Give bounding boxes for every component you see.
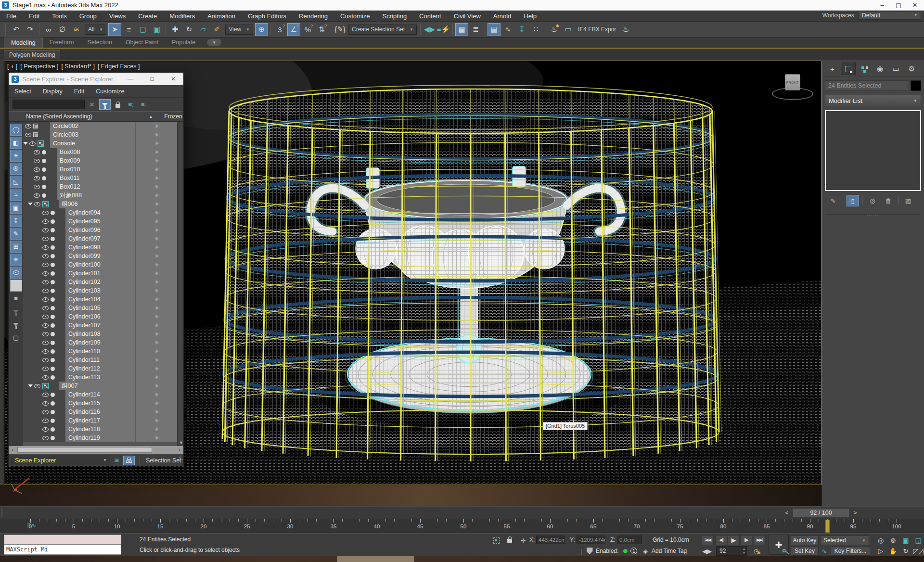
- tab-create[interactable]: +: [825, 63, 840, 75]
- tree-row-Cylinder110[interactable]: Cylinder110✳: [23, 347, 178, 356]
- filter-select-icon[interactable]: [99, 99, 111, 110]
- workspace-dropdown[interactable]: Default▼: [859, 11, 921, 20]
- expand-all-icon[interactable]: ≡:: [125, 99, 137, 110]
- node-label[interactable]: 组006: [59, 200, 135, 208]
- make-unique-icon[interactable]: ◎: [866, 195, 879, 206]
- toggle-layer-explorer-icon[interactable]: ≣: [469, 23, 482, 36]
- node-label[interactable]: Cylinder116: [65, 409, 135, 415]
- viewport-pov-menu[interactable]: [ Perspective ]: [20, 63, 58, 70]
- node-label[interactable]: Cylinder118: [65, 426, 135, 433]
- add-time-tag-label[interactable]: Add Time Tag: [652, 548, 687, 554]
- tree-row-Circle003[interactable]: Circle003✳: [23, 130, 178, 139]
- search-input[interactable]: [13, 100, 85, 109]
- tree-row-Box012[interactable]: Box012✳: [23, 182, 178, 191]
- tree-row-Cylinder099[interactable]: Cylinder099✳: [23, 252, 178, 260]
- frozen-snowflake-icon[interactable]: ✳: [135, 416, 178, 425]
- tree-row-Cylinder094[interactable]: Cylinder094✳: [23, 208, 178, 217]
- filter-simple-icon[interactable]: [10, 319, 22, 331]
- node-label[interactable]: Cylinder113: [65, 374, 135, 381]
- node-label[interactable]: Box011: [57, 175, 135, 181]
- node-label[interactable]: Cylinder100: [65, 261, 135, 268]
- visibility-eye-icon[interactable]: [42, 219, 49, 224]
- select-and-move-icon[interactable]: ✚: [168, 23, 181, 36]
- frozen-snowflake-icon[interactable]: ✳: [135, 390, 178, 399]
- ribbon-tab-freeform[interactable]: Freeform: [43, 38, 81, 48]
- horizontal-scrollbar[interactable]: ‹ ›: [9, 446, 183, 454]
- play-icon[interactable]: ▶: [728, 535, 740, 545]
- visibility-eye-icon[interactable]: [42, 401, 49, 406]
- rendered-frame-window-icon[interactable]: ▭: [562, 23, 575, 36]
- schematic-view-icon[interactable]: ∷: [529, 23, 542, 36]
- auto-key-button[interactable]: Auto Key: [791, 536, 819, 545]
- tree-row-Box008[interactable]: Box008✳: [23, 148, 178, 156]
- zoom-all-icon[interactable]: ⊚: [887, 535, 899, 545]
- menu-scripting[interactable]: Scripting: [376, 11, 413, 22]
- explorer-menu-customize[interactable]: Customize: [90, 88, 130, 95]
- frame-step-icon[interactable]: ◀▶: [702, 546, 712, 556]
- selection-filter-dropdown[interactable]: All▼: [85, 25, 106, 35]
- frozen-snowflake-icon[interactable]: ✳: [135, 304, 178, 312]
- frozen-snowflake-icon[interactable]: ✳: [135, 434, 178, 442]
- scene-explorer-close-button[interactable]: ✕: [166, 74, 180, 84]
- menu-civil-view[interactable]: Civil View: [448, 11, 487, 22]
- frozen-snowflake-icon[interactable]: ✳: [135, 312, 178, 321]
- visibility-eye-icon[interactable]: [42, 341, 49, 345]
- go-to-end-icon[interactable]: ▶▶|: [754, 535, 766, 545]
- node-label[interactable]: Box008: [57, 149, 135, 155]
- scene-explorer-titlebar[interactable]: 3 Scene Explorer - Scene Explorer — □ ✕: [9, 73, 183, 85]
- menu-create[interactable]: Create: [132, 11, 163, 22]
- create-selection-set-dropdown[interactable]: Create Selection Set▼: [348, 25, 417, 35]
- polygon-modeling-button[interactable]: Polygon Modeling: [4, 50, 60, 59]
- visibility-eye-icon[interactable]: [42, 228, 49, 232]
- node-label[interactable]: Cylinder104: [65, 296, 135, 303]
- filter-bones-icon[interactable]: ✎: [10, 228, 22, 240]
- tree-row-Cylinder106[interactable]: Cylinder106✳: [23, 312, 178, 321]
- visibility-eye-icon[interactable]: [34, 176, 40, 180]
- frozen-snowflake-icon[interactable]: ✳: [135, 330, 178, 338]
- z-coordinate-field[interactable]: 0.0cm: [617, 536, 642, 544]
- ribbon-tab-selection[interactable]: Selection: [80, 38, 118, 48]
- filter-xrefs-icon[interactable]: ⊞: [10, 241, 22, 253]
- frozen-snowflake-icon[interactable]: ✳: [135, 399, 178, 408]
- render-setup-icon[interactable]: ♨✱: [548, 23, 561, 36]
- filter-list-view-icon[interactable]: ≡: [10, 293, 22, 305]
- select-and-link-icon[interactable]: ∞: [42, 23, 55, 36]
- pan-hand-icon[interactable]: ✋: [887, 546, 899, 556]
- frozen-snowflake-icon[interactable]: ✳: [135, 234, 178, 243]
- visibility-eye-icon[interactable]: [42, 436, 49, 440]
- tree-row-Console[interactable]: Console✳: [23, 139, 178, 148]
- node-label[interactable]: Cylinder099: [65, 253, 135, 259]
- redo-icon[interactable]: ↷: [24, 23, 37, 36]
- frozen-snowflake-icon[interactable]: ✳: [135, 191, 178, 200]
- filter-lights-icon[interactable]: ☀: [10, 150, 22, 162]
- select-and-rotate-icon[interactable]: ↻: [182, 23, 195, 36]
- tree-row-Cylinder103[interactable]: Cylinder103✳: [23, 286, 178, 295]
- more-chevrons-icon[interactable]: »: [179, 455, 181, 460]
- time-tag-cube-icon[interactable]: ◈: [640, 546, 651, 556]
- curve-editor-icon[interactable]: ∿: [501, 23, 514, 36]
- frozen-snowflake-icon[interactable]: ✳: [135, 278, 178, 286]
- scroll-right-icon[interactable]: ›: [176, 447, 183, 453]
- visibility-eye-icon[interactable]: [42, 358, 49, 362]
- viewport-render-menu[interactable]: [ Standard* ]: [61, 63, 95, 70]
- visibility-eye-icon[interactable]: [25, 124, 31, 128]
- menu-group[interactable]: Group: [73, 11, 103, 22]
- node-label[interactable]: Cylinder096: [65, 227, 135, 233]
- node-label[interactable]: Circle002: [50, 123, 135, 129]
- frozen-snowflake-icon[interactable]: ✳: [135, 252, 178, 260]
- filter-helpers-icon[interactable]: ◺: [10, 176, 22, 188]
- frozen-snowflake-icon[interactable]: ✳: [135, 122, 178, 130]
- scroll-left-icon[interactable]: ‹: [9, 447, 16, 453]
- tree-row-Cylinder116[interactable]: Cylinder116✳: [23, 408, 178, 416]
- tree-row-Cylinder117[interactable]: Cylinder117✳: [23, 416, 178, 425]
- scene-explorer-window[interactable]: 3 Scene Explorer - Scene Explorer — □ ✕ …: [8, 72, 184, 466]
- visibility-eye-icon[interactable]: [42, 271, 49, 276]
- scene-explorer-minimize-button[interactable]: —: [123, 74, 138, 84]
- time-slider-ruler[interactable]: ≣∿ 0510152025303540455055606570758085909…: [0, 519, 924, 533]
- maxscript-mini-listener-output[interactable]: [4, 535, 121, 545]
- filter-groups-icon[interactable]: ▣: [10, 202, 22, 214]
- tab-display[interactable]: ▭: [888, 63, 903, 75]
- spinner-snap-toggle-icon[interactable]: ⇅?: [315, 23, 328, 36]
- clear-search-icon[interactable]: ✕: [86, 99, 98, 110]
- lock-explorer-icon[interactable]: [112, 99, 124, 110]
